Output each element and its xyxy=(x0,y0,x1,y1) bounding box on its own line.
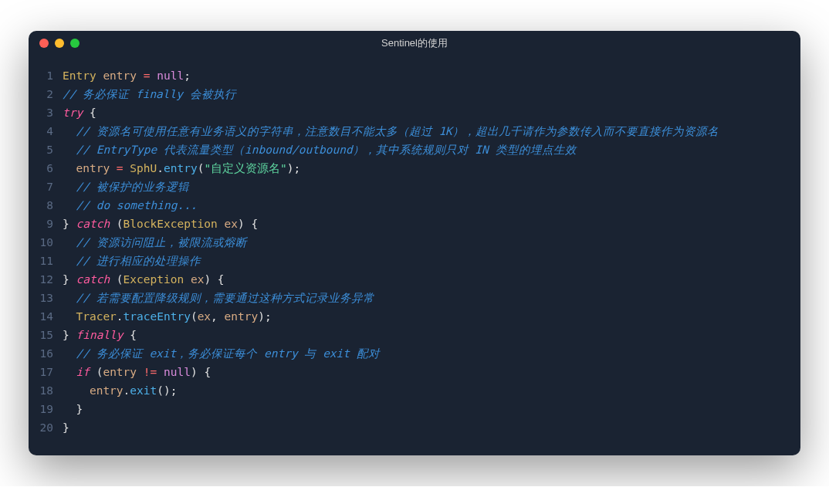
editor-window: Sentinel的使用 1Entry entry = null;2// 务必保证… xyxy=(29,31,800,455)
window-title: Sentinel的使用 xyxy=(39,36,790,50)
code-content[interactable]: // 进行相应的处理操作 xyxy=(63,252,800,270)
minimize-button[interactable] xyxy=(55,39,64,48)
line-number: 2 xyxy=(29,85,63,103)
line-number: 3 xyxy=(29,103,63,122)
close-button[interactable] xyxy=(39,39,49,48)
code-line: 5 // EntryType 代表流量类型（inbound/outbound），… xyxy=(29,140,800,159)
code-line: 14 Tracer.traceEntry(ex, entry); xyxy=(29,307,800,326)
line-number: 15 xyxy=(29,326,63,344)
code-content[interactable]: // 务必保证 exit，务必保证每个 entry 与 exit 配对 xyxy=(63,344,800,363)
line-number: 10 xyxy=(29,233,63,252)
line-number: 9 xyxy=(29,215,63,233)
code-line: 3try { xyxy=(29,103,800,122)
code-content[interactable]: entry = SphU.entry("自定义资源名"); xyxy=(63,159,800,178)
titlebar: Sentinel的使用 xyxy=(29,31,800,56)
line-number: 12 xyxy=(29,270,63,289)
code-line: 4 // 资源名可使用任意有业务语义的字符串，注意数目不能太多（超过 1K），超… xyxy=(29,122,800,140)
code-area[interactable]: 1Entry entry = null;2// 务必保证 finally 会被执… xyxy=(29,56,800,455)
code-line: 15} finally { xyxy=(29,326,800,344)
code-content[interactable]: // 资源名可使用任意有业务语义的字符串，注意数目不能太多（超过 1K），超出几… xyxy=(63,122,800,140)
code-content[interactable]: // 务必保证 finally 会被执行 xyxy=(63,85,800,103)
code-line: 9} catch (BlockException ex) { xyxy=(29,215,800,233)
code-line: 6 entry = SphU.entry("自定义资源名"); xyxy=(29,159,800,178)
line-number: 17 xyxy=(29,363,63,381)
code-content[interactable]: // EntryType 代表流量类型（inbound/outbound），其中… xyxy=(63,140,800,159)
code-line: 18 entry.exit(); xyxy=(29,381,800,400)
code-content[interactable]: // do something... xyxy=(63,196,800,215)
code-line: 16 // 务必保证 exit，务必保证每个 entry 与 exit 配对 xyxy=(29,344,800,363)
line-number: 1 xyxy=(29,66,63,85)
code-content[interactable]: // 若需要配置降级规则，需要通过这种方式记录业务异常 xyxy=(63,289,800,307)
line-number: 20 xyxy=(29,418,63,437)
code-line: 13 // 若需要配置降级规则，需要通过这种方式记录业务异常 xyxy=(29,289,800,307)
code-content[interactable]: entry.exit(); xyxy=(63,381,800,400)
code-content[interactable]: } xyxy=(63,400,800,418)
code-line: 17 if (entry != null) { xyxy=(29,363,800,381)
line-number: 4 xyxy=(29,122,63,140)
code-content[interactable]: } catch (Exception ex) { xyxy=(63,270,800,289)
code-content[interactable]: // 资源访问阻止，被限流或熔断 xyxy=(63,233,800,252)
code-content[interactable]: } finally { xyxy=(63,326,800,344)
code-line: 2// 务必保证 finally 会被执行 xyxy=(29,85,800,103)
code-content[interactable]: } xyxy=(63,418,800,437)
maximize-button[interactable] xyxy=(70,39,80,48)
code-content[interactable]: // 被保护的业务逻辑 xyxy=(63,178,800,196)
code-content[interactable]: if (entry != null) { xyxy=(63,363,800,381)
code-line: 8 // do something... xyxy=(29,196,800,215)
line-number: 18 xyxy=(29,381,63,400)
traffic-lights xyxy=(39,39,80,48)
line-number: 14 xyxy=(29,307,63,326)
line-number: 16 xyxy=(29,344,63,363)
code-content[interactable]: try { xyxy=(63,103,800,122)
code-line: 7 // 被保护的业务逻辑 xyxy=(29,178,800,196)
code-line: 19 } xyxy=(29,400,800,418)
code-line: 10 // 资源访问阻止，被限流或熔断 xyxy=(29,233,800,252)
line-number: 7 xyxy=(29,178,63,196)
code-content[interactable]: Entry entry = null; xyxy=(63,66,800,85)
line-number: 13 xyxy=(29,289,63,307)
code-line: 1Entry entry = null; xyxy=(29,66,800,85)
line-number: 8 xyxy=(29,196,63,215)
code-content[interactable]: } catch (BlockException ex) { xyxy=(63,215,800,233)
line-number: 11 xyxy=(29,252,63,270)
line-number: 19 xyxy=(29,400,63,418)
line-number: 6 xyxy=(29,159,63,178)
code-line: 12} catch (Exception ex) { xyxy=(29,270,800,289)
code-line: 11 // 进行相应的处理操作 xyxy=(29,252,800,270)
line-number: 5 xyxy=(29,140,63,159)
code-line: 20} xyxy=(29,418,800,437)
code-content[interactable]: Tracer.traceEntry(ex, entry); xyxy=(63,307,800,326)
